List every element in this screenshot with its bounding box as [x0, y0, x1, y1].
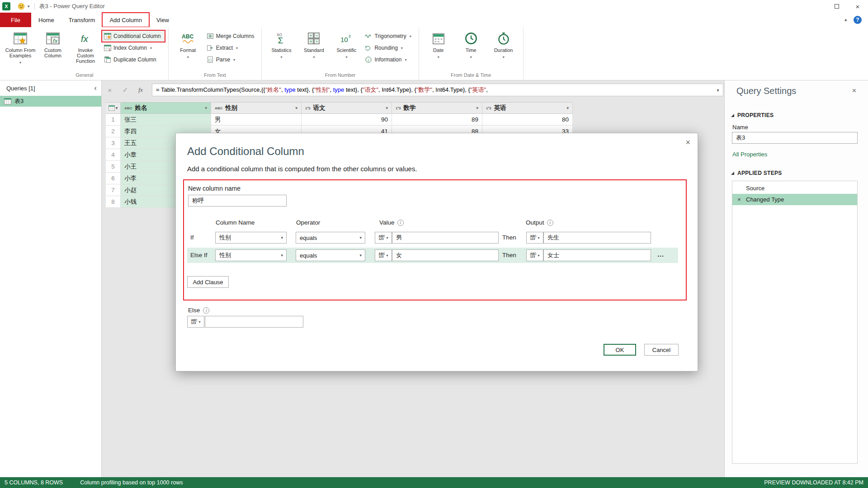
parse-button[interactable]: { }Parse▾	[205, 54, 258, 65]
cell[interactable]: 80	[482, 114, 573, 126]
output-header: Output i	[526, 219, 553, 226]
all-properties-link[interactable]: All Properties	[732, 151, 767, 158]
row-number[interactable]: 7	[106, 184, 121, 196]
value-type-button[interactable]: ABC123▾	[375, 249, 392, 261]
column-name-dropdown[interactable]: 性别▾	[215, 249, 287, 261]
filter-dropdown-icon[interactable]: ▾	[566, 106, 569, 110]
merge-columns-button[interactable]: Merge Columns	[205, 31, 258, 42]
chevron-down-icon: ▾	[150, 46, 152, 50]
column-header-[interactable]: ABC性别▾	[211, 102, 302, 114]
custom-column-button[interactable]: fxCustom Column	[37, 28, 69, 70]
value-input[interactable]: 女	[392, 249, 499, 261]
tab-add-column[interactable]: Add Column	[102, 13, 149, 27]
row-number[interactable]: 6	[106, 173, 121, 184]
parse-icon: { }	[207, 56, 214, 63]
column-header-[interactable]: 1²3语文▾	[302, 102, 392, 114]
output-type-button[interactable]: ABC123▾	[526, 249, 543, 261]
filter-dropdown-icon[interactable]: ▾	[205, 106, 207, 110]
tab-home[interactable]: Home	[31, 13, 61, 27]
cell[interactable]: 张三	[121, 114, 211, 126]
invoke-custom-function-button[interactable]: fxInvoke Custom Function	[70, 28, 101, 70]
cell[interactable]: 89	[392, 114, 482, 126]
rounding-button[interactable]: Rounding▾	[363, 42, 415, 53]
operator-header: Operator	[296, 219, 320, 226]
cell[interactable]: 男	[211, 114, 302, 126]
collapse-triangle-icon	[731, 172, 734, 175]
information-button[interactable]: iInformation▾	[363, 54, 415, 65]
row-number[interactable]: 5	[106, 161, 121, 173]
tab-transform[interactable]: Transform	[61, 13, 103, 27]
ribbon-group-from-date-time: Date▾Time▾Duration▾From Date & Time	[419, 27, 524, 80]
status-profiling-info[interactable]: Column profiling based on top 1000 rows	[80, 479, 183, 486]
format-button[interactable]: ABCFormat▾	[172, 28, 204, 70]
operator-dropdown[interactable]: equals▾	[296, 249, 365, 261]
filter-dropdown-icon[interactable]: ▾	[386, 106, 388, 110]
column-name-dropdown[interactable]: 性别▾	[215, 232, 287, 244]
column-header-[interactable]: ABC姓名▾	[121, 102, 211, 114]
trigonometry-button[interactable]: Trigonometry▾	[363, 31, 415, 42]
delete-step-icon[interactable]: ×	[732, 196, 746, 203]
row-number[interactable]: 8	[106, 196, 121, 208]
duplicate-column-button[interactable]: Duplicate Column	[102, 54, 165, 65]
collapse-ribbon-icon[interactable]: ▾	[844, 17, 847, 23]
properties-section-header[interactable]: PROPERTIES	[731, 112, 774, 118]
output-type-button[interactable]: ABC123▾	[526, 232, 543, 244]
row-number[interactable]: 1	[106, 114, 121, 126]
tab-view[interactable]: View	[149, 13, 176, 27]
output-input[interactable]: 女士	[543, 249, 651, 261]
duration-button[interactable]: Duration▾	[488, 28, 519, 70]
operator-dropdown[interactable]: equals▾	[296, 232, 365, 244]
date-button[interactable]: Date▾	[423, 28, 454, 70]
tab-file[interactable]: File	[0, 13, 31, 27]
query-name-input[interactable]: 表3	[732, 132, 858, 144]
new-column-name-input[interactable]: 称呼	[188, 195, 287, 206]
collapse-queries-pane-icon[interactable]: ‹	[94, 85, 97, 91]
row-number[interactable]: 4	[106, 149, 121, 161]
conditional-column-button[interactable]: Conditional Column	[102, 31, 165, 42]
column-header-[interactable]: 1²3数学▾	[392, 102, 482, 114]
cell[interactable]: 90	[302, 114, 392, 126]
row-number[interactable]: 3	[106, 137, 121, 149]
query-item-3[interactable]: 表3	[0, 96, 101, 107]
value-input[interactable]: 男	[392, 232, 499, 244]
standard-button[interactable]: +−×÷Standard▾	[298, 28, 330, 70]
formula-expand-icon[interactable]: ▾	[713, 88, 723, 93]
extract-button[interactable]: Extract▾	[205, 42, 258, 53]
dialog-close-icon[interactable]: ×	[685, 138, 690, 147]
row-number[interactable]: 2	[106, 126, 121, 137]
formula-fx-icon[interactable]: fx	[133, 86, 148, 94]
information-icon: i	[365, 56, 372, 63]
value-type-button[interactable]: ABC123▾	[375, 232, 392, 244]
else-value-input[interactable]	[205, 316, 303, 328]
quick-access-dropdown-icon[interactable]: ▾	[28, 4, 30, 9]
filter-dropdown-icon[interactable]: ▾	[295, 106, 297, 110]
applied-step-source[interactable]: Source	[732, 183, 857, 194]
close-button[interactable]: ×	[847, 0, 868, 13]
add-clause-button[interactable]: Add Clause	[187, 276, 229, 288]
then-label: Then	[502, 248, 516, 263]
svg-text:÷: ÷	[316, 39, 318, 44]
formula-input[interactable]: = Table.TransformColumnTypes(Source,{{"姓…	[152, 84, 723, 96]
filter-dropdown-icon[interactable]: ▾	[476, 106, 478, 110]
applied-steps-section-header[interactable]: APPLIED STEPS	[731, 170, 782, 176]
extract-icon	[207, 44, 214, 52]
index-column-button[interactable]: 1Index Column▾	[102, 42, 165, 53]
more-options-button[interactable]: ...	[654, 249, 668, 261]
formula-confirm-icon[interactable]: ✓	[118, 86, 133, 94]
scientific-button[interactable]: 102Scientific▾	[330, 28, 362, 70]
feedback-smiley-icon[interactable]	[18, 3, 25, 10]
time-button[interactable]: Time▾	[455, 28, 487, 70]
statistics-button[interactable]: XOΣStatistics▾	[265, 28, 297, 70]
help-icon[interactable]: ?	[854, 16, 862, 24]
maximize-button[interactable]	[826, 0, 847, 13]
column-header-[interactable]: 1²3英语▾	[482, 102, 573, 114]
output-input[interactable]: 先生	[543, 232, 651, 244]
formula-cancel-icon[interactable]: ×	[102, 86, 118, 94]
grid-select-all-button[interactable]: ▾	[106, 102, 121, 114]
applied-step-changed-type[interactable]: ×Changed Type	[732, 194, 857, 205]
ok-button[interactable]: OK	[604, 344, 636, 356]
cancel-button[interactable]: Cancel	[644, 344, 679, 356]
else-type-button[interactable]: ABC123 ▾	[187, 316, 204, 328]
column-from-examples-button[interactable]: Column From Examples▾	[5, 28, 36, 70]
settings-close-icon[interactable]: ×	[852, 87, 856, 95]
